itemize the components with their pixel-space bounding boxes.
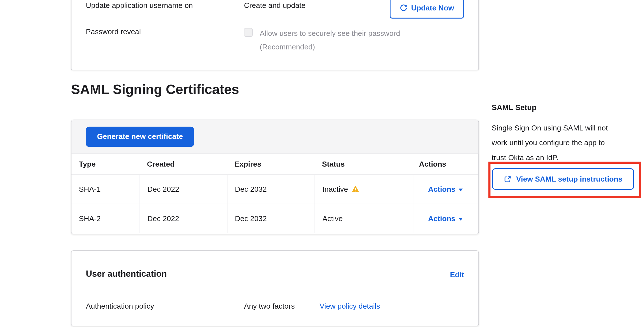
table-row: SHA-1 Dec 2022 Dec 2032 Inactive Actions: [71, 175, 478, 204]
cert-type: SHA-2: [71, 204, 140, 233]
view-policy-details-link[interactable]: View policy details: [320, 302, 380, 311]
page: Update application username on Create an…: [0, 0, 644, 327]
column-header-actions: Actions: [413, 154, 478, 175]
external-link-icon: [504, 175, 512, 183]
chevron-down-icon: [459, 188, 463, 191]
saml-button-label: View SAML setup instructions: [516, 175, 623, 184]
cert-type: SHA-1: [71, 175, 140, 204]
saml-setup-title: SAML Setup: [492, 103, 537, 112]
warning-icon[interactable]: [352, 186, 359, 193]
certificates-table-header: Type Created Expires Status Actions: [71, 154, 478, 175]
table-row: SHA-2 Dec 2022 Dec 2032 Active Actions: [71, 204, 478, 233]
sign-on-settings-card: Update application username on Create an…: [71, 0, 479, 70]
password-reveal-label: Password reveal: [86, 28, 141, 36]
certificates-card: Generate new certificate Type Created Ex…: [71, 120, 479, 234]
column-header-created: Created: [140, 154, 227, 175]
actions-dropdown[interactable]: Actions: [413, 204, 478, 233]
cert-expires: Dec 2032: [227, 175, 315, 204]
generate-certificate-button[interactable]: Generate new certificate: [86, 127, 194, 147]
certificates-card-header: Generate new certificate: [71, 120, 478, 154]
page-title: SAML Signing Certificates: [71, 82, 239, 97]
update-now-button[interactable]: Update Now: [390, 0, 464, 19]
view-saml-setup-instructions-button[interactable]: View SAML setup instructions: [492, 168, 634, 190]
column-header-type: Type: [71, 154, 140, 175]
cert-status: Active: [315, 204, 413, 233]
user-authentication-card: User authentication Edit Authentication …: [71, 250, 479, 326]
password-reveal-checkbox[interactable]: [244, 28, 253, 37]
username-update-label: Update application username on: [86, 1, 193, 10]
chevron-down-icon: [459, 218, 463, 221]
saml-setup-description: Single Sign On using SAML will not work …: [492, 121, 618, 165]
username-update-value: Create and update: [244, 1, 305, 10]
actions-dropdown[interactable]: Actions: [413, 175, 478, 204]
authentication-policy-label: Authentication policy: [86, 302, 154, 311]
column-header-expires: Expires: [227, 154, 315, 175]
edit-link[interactable]: Edit: [450, 271, 464, 279]
actions-dropdown-label: Actions: [428, 185, 455, 194]
update-now-label: Update Now: [411, 3, 454, 12]
authentication-policy-value: Any two factors: [244, 302, 295, 311]
password-reveal-checkbox-label: Allow users to securely see their passwo…: [260, 27, 421, 54]
cert-created: Dec 2022: [140, 175, 227, 204]
cert-created: Dec 2022: [140, 204, 227, 233]
cert-expires: Dec 2032: [227, 204, 315, 233]
refresh-icon: [400, 4, 407, 12]
cert-status: Inactive: [322, 185, 348, 194]
actions-dropdown-label: Actions: [428, 214, 455, 223]
column-header-status: Status: [315, 154, 413, 175]
user-authentication-title: User authentication: [86, 269, 167, 279]
